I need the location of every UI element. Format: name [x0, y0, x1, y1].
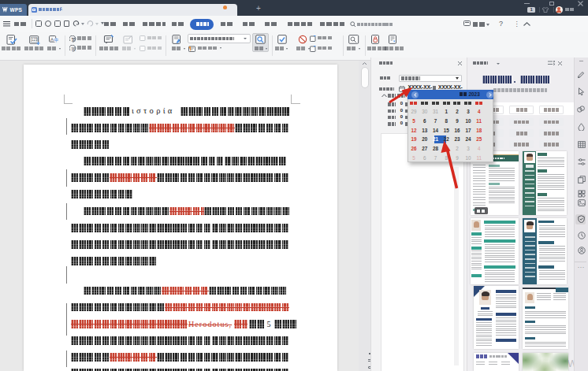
svg-text:中: 中	[54, 38, 58, 43]
svg-text:繁: 繁	[71, 36, 76, 41]
svg-text:简: 简	[71, 46, 76, 51]
svg-text:123: 123	[32, 38, 38, 42]
svg-text:A: A	[50, 37, 54, 42]
